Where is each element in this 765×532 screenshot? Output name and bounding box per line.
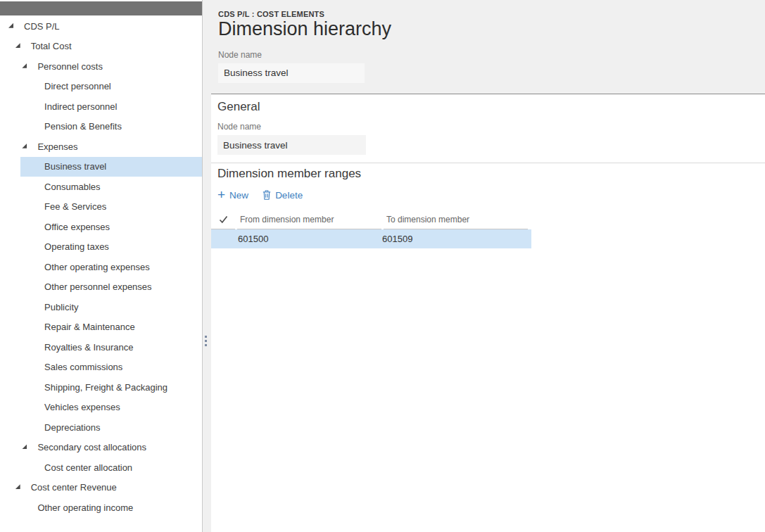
new-button[interactable]: + New xyxy=(217,190,248,201)
delete-button[interactable]: Delete xyxy=(263,190,303,201)
expanded-triangle-icon[interactable] xyxy=(20,137,37,157)
expander-spacer xyxy=(27,237,44,258)
tree-item[interactable]: Indirect personnel xyxy=(20,96,202,117)
tree-item[interactable]: Cost center allocation xyxy=(20,457,202,478)
tree-item[interactable]: Fee & Services xyxy=(20,197,202,217)
to-dimension-member-cell[interactable]: 601509 xyxy=(379,234,524,244)
detail-panel: CDS P/L : COST ELEMENTS Dimension hierar… xyxy=(211,0,765,532)
tree-item[interactable]: Pension & Benefits xyxy=(20,117,202,137)
expander-spacer xyxy=(27,377,44,398)
expanded-triangle-icon xyxy=(22,63,27,68)
ranges-action-bar: + New Delete xyxy=(211,188,765,202)
general-node-name-input[interactable] xyxy=(217,135,366,155)
dimension-hierarchy-app: CDS P/LTotal CostPersonnel costsDirect p… xyxy=(0,0,765,532)
expanded-triangle-icon xyxy=(15,43,20,48)
tree-item-label: Business travel xyxy=(44,161,106,172)
expanded-triangle-icon xyxy=(22,444,27,449)
tree-item[interactable]: Other operating income xyxy=(13,498,202,518)
column-header-from[interactable]: From dimension member xyxy=(237,210,381,229)
tree-item-label: Office expenses xyxy=(44,222,110,232)
tree-item[interactable]: Business travel xyxy=(20,157,202,177)
tree-item[interactable]: Repair & Maintenance xyxy=(20,317,202,338)
tree-panel-header-bar xyxy=(0,1,202,15)
ranges-section-title: Dimension member ranges xyxy=(211,167,765,181)
tree-item[interactable]: Vehicles expenses xyxy=(20,398,202,418)
expander-spacer xyxy=(27,217,44,237)
trash-icon xyxy=(263,190,271,200)
tree-item-label: Fee & Services xyxy=(44,201,106,212)
expander-spacer xyxy=(27,398,44,418)
expander-spacer xyxy=(27,157,44,177)
tree-item-label: Direct personnel xyxy=(44,81,111,91)
tree-item-label: CDS P/L xyxy=(24,21,60,32)
plus-icon: + xyxy=(217,190,225,199)
expander-spacer xyxy=(27,357,44,378)
tree-item[interactable]: Total Cost xyxy=(7,37,202,57)
node-name-label: Node name xyxy=(218,50,765,60)
expander-spacer xyxy=(20,498,37,518)
tree-item[interactable]: Consumables xyxy=(20,177,202,197)
tree-item[interactable]: Personnel costs xyxy=(13,56,202,77)
expanded-triangle-icon[interactable] xyxy=(14,37,31,57)
ranges-grid-header: From dimension member To dimension membe… xyxy=(211,210,765,229)
expander-spacer xyxy=(27,77,44,97)
tree-item[interactable]: Cost center Revenue xyxy=(7,478,202,498)
ranges-grid: From dimension member To dimension membe… xyxy=(211,210,765,248)
column-header-to[interactable]: To dimension member xyxy=(384,210,528,229)
expander-spacer xyxy=(27,177,44,197)
tree-item[interactable]: Royalties & Insurance xyxy=(20,337,202,357)
tree-item[interactable]: Expenses xyxy=(13,137,202,157)
delete-button-label: Delete xyxy=(275,190,303,201)
expander-spacer xyxy=(27,257,44,277)
tree-item[interactable]: Operating taxes xyxy=(20,237,202,258)
tree-item[interactable]: Other operating expenses xyxy=(20,257,202,277)
expanded-triangle-icon xyxy=(15,484,20,489)
tree-item-label: Vehicles expenses xyxy=(44,402,120,412)
tree-item[interactable]: CDS P/L xyxy=(0,16,202,37)
tree-item-label: Operating taxes xyxy=(44,241,109,252)
ranges-grid-body: 601500601509 xyxy=(211,229,765,248)
expanded-triangle-icon xyxy=(22,144,27,148)
tree-item-label: Shipping, Freight & Packaging xyxy=(44,382,167,393)
tree-item-label: Cost center Revenue xyxy=(31,482,117,493)
expander-spacer xyxy=(27,337,44,357)
splitter-grip-icon[interactable] xyxy=(205,336,207,346)
tree-item[interactable]: Publicity xyxy=(20,297,202,317)
tree-item-label: Sales commissions xyxy=(44,362,122,372)
breadcrumb: CDS P/L : COST ELEMENTS xyxy=(218,10,765,18)
page-header: CDS P/L : COST ELEMENTS Dimension hierar… xyxy=(211,0,765,94)
tree-item-label: Consumables xyxy=(44,182,101,192)
tree-item-label: Cost center allocation xyxy=(44,462,132,473)
expanded-triangle-icon[interactable] xyxy=(20,56,37,77)
tree-item-label: Other operating expenses xyxy=(44,262,150,272)
tree-item[interactable]: Direct personnel xyxy=(20,77,202,97)
expanded-triangle-icon[interactable] xyxy=(7,16,24,37)
tree-item-label: Total Cost xyxy=(31,41,72,51)
checkmark-icon xyxy=(219,215,228,224)
panel-splitter[interactable] xyxy=(202,0,211,532)
expander-spacer xyxy=(27,457,44,478)
node-name-input[interactable] xyxy=(218,63,365,83)
tree-item[interactable]: Secondary cost allocations xyxy=(13,438,202,458)
select-column-header[interactable] xyxy=(211,210,235,229)
expander-spacer xyxy=(27,277,44,298)
hierarchy-tree-panel: CDS P/LTotal CostPersonnel costsDirect p… xyxy=(0,0,202,532)
tree-item-label: Publicity xyxy=(44,302,78,312)
tree-item[interactable]: Sales commissions xyxy=(20,357,202,378)
tree-item-label: Depreciations xyxy=(44,422,101,433)
tree-item[interactable]: Office expenses xyxy=(20,217,202,237)
new-button-label: New xyxy=(229,190,248,201)
expanded-triangle-icon[interactable] xyxy=(14,478,31,498)
tree-item-label: Royalties & Insurance xyxy=(44,342,133,353)
page-title: Dimension hierarchy xyxy=(218,19,765,40)
tree-item[interactable]: Depreciations xyxy=(20,417,202,438)
tree-item[interactable]: Shipping, Freight & Packaging xyxy=(20,377,202,398)
hierarchy-tree: CDS P/LTotal CostPersonnel costsDirect p… xyxy=(0,15,202,518)
expanded-triangle-icon[interactable] xyxy=(20,438,37,458)
expander-spacer xyxy=(27,197,44,217)
tree-item[interactable]: Other personnel expenses xyxy=(20,277,202,298)
dimension-member-ranges-section: Dimension member ranges + New xyxy=(211,163,765,532)
from-dimension-member-cell[interactable]: 601500 xyxy=(235,234,379,244)
ranges-grid-row[interactable]: 601500601509 xyxy=(211,229,531,248)
tree-item-label: Personnel costs xyxy=(37,61,103,72)
